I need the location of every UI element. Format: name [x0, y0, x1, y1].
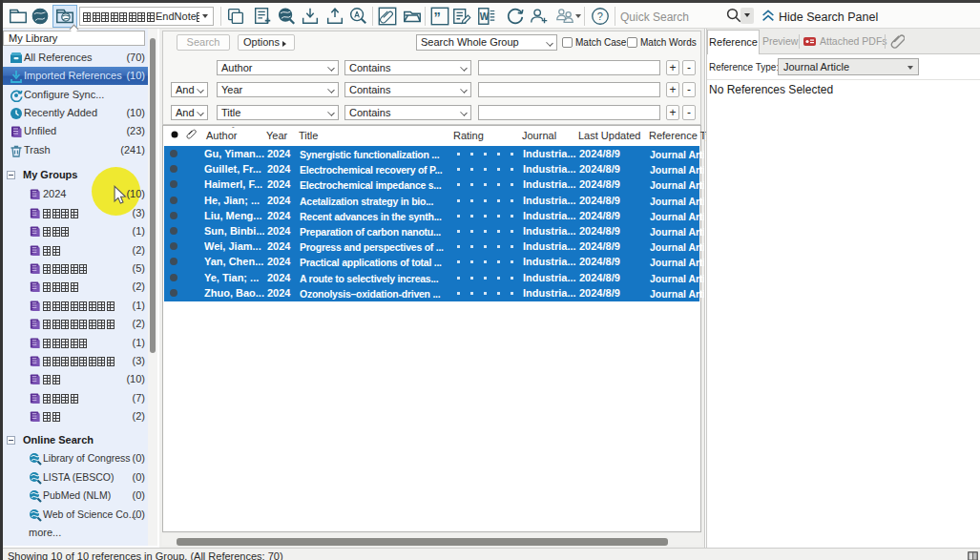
svg-text:W: W — [480, 11, 490, 22]
svg-text:”: ” — [434, 10, 441, 25]
svg-text:?: ? — [597, 10, 603, 22]
